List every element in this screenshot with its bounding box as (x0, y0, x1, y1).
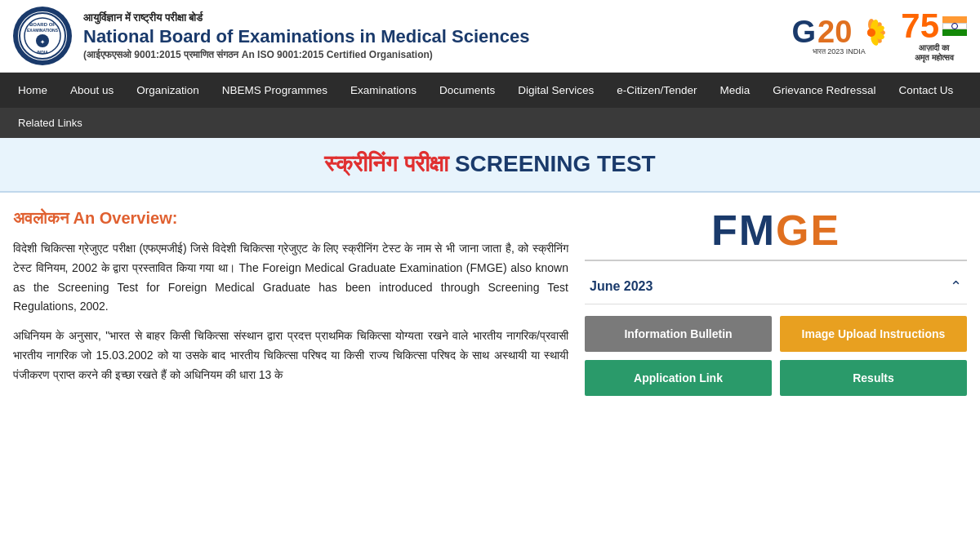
amrit-flag (942, 16, 967, 36)
banner-hindi: स्क्रीनिंग परीक्षा (324, 151, 448, 176)
header-right: G 20 भारत (791, 9, 967, 63)
site-header: BOARD OF EXAMINATIONS ✦ INDIA आयुर्विज्ञ… (0, 0, 980, 73)
nav-org[interactable]: Organization (125, 73, 211, 108)
g20-g: G (791, 16, 816, 47)
g20-flower (857, 18, 886, 47)
overview-para1: विदेशी चिकित्सा ग्रेजुएट परीक्षा (एफएमजी… (13, 239, 568, 317)
image-upload-button[interactable]: Image Upload Instructions (780, 316, 967, 352)
banner-title: स्क्रीनिंग परीक्षा SCREENING TEST (0, 151, 980, 178)
svg-text:BOARD OF: BOARD OF (29, 22, 56, 27)
left-column: अवलोकन An Overview: विदेशी चिकित्सा ग्रे… (13, 209, 568, 421)
svg-text:EXAMINATIONS: EXAMINATIONS (27, 28, 59, 33)
iso-text: (आईएफएसओ 9001:2015 प्रमाणित संगठन An ISO… (83, 49, 529, 60)
fmge-fm: FM (711, 207, 776, 254)
nav-grievance[interactable]: Grievance Redressal (761, 73, 887, 108)
svg-point-16 (867, 29, 875, 37)
accordion-header[interactable]: June 2023 ⌃ (585, 269, 967, 304)
page-banner: स्क्रीनिंग परीक्षा SCREENING TEST (0, 138, 980, 193)
info-bulletin-button[interactable]: Information Bulletin (585, 316, 772, 352)
nav-docs[interactable]: Documents (428, 73, 506, 108)
overview-body: विदेशी चिकित्सा ग्रेजुएट परीक्षा (एफएमजी… (13, 239, 568, 385)
overview-para2: अधिनियम के अनुसार, "भारत से बाहर किसी चि… (13, 327, 568, 384)
amrit-line1: आज़ादी का (919, 43, 949, 53)
nav-contact[interactable]: Contact Us (887, 73, 964, 108)
right-column: FMGE June 2023 ⌃ Information Bulletin Im… (585, 209, 967, 421)
g20-badge: G 20 भारत (791, 16, 886, 56)
iso-bold: An ISO 9001:2015 Certified Organisation) (242, 49, 433, 60)
svg-text:✦: ✦ (40, 39, 45, 45)
action-buttons-grid: Information Bulletin Image Upload Instru… (585, 316, 967, 396)
overview-english: An Overview: (74, 209, 178, 227)
results-button[interactable]: Results (780, 360, 967, 396)
svg-text:INDIA: INDIA (37, 50, 48, 55)
g20-20: 20 (817, 16, 852, 47)
nav-prog[interactable]: NBEMS Programmes (211, 73, 339, 108)
nav-exam[interactable]: Examinations (339, 73, 428, 108)
g20-subtitle: भारत 2023 INDIA (813, 47, 866, 56)
main-content: अवलोकन An Overview: विदेशी चिकित्सा ग्रे… (0, 193, 980, 438)
overview-hindi: अवलोकन (13, 209, 69, 227)
org-name-english: National Board of Examinations in Medica… (83, 25, 529, 49)
iso-hindi: (आईएफएसओ 9001:2015 प्रमाणित संगठन (83, 49, 238, 60)
main-navbar[interactable]: Home About us Organization NBEMS Program… (0, 73, 980, 108)
fmge-ge: GE (776, 207, 840, 254)
header-left: BOARD OF EXAMINATIONS ✦ INDIA आयुर्विज्ञ… (13, 7, 529, 65)
amrit-badge: 75 आज़ादी का अमृत महोत्सव (901, 9, 967, 63)
nav-ecitizen[interactable]: e-Citizen/Tender (605, 73, 708, 108)
fmge-logo: FMGE (585, 209, 967, 261)
header-text: आयुर्विज्ञान में राष्ट्रीय परीक्षा बोर्ड… (83, 11, 529, 60)
logo-inner: BOARD OF EXAMINATIONS ✦ INDIA (16, 9, 69, 63)
org-name-hindi: आयुर्विज्ञान में राष्ट्रीय परीक्षा बोर्ड (83, 11, 529, 25)
chevron-up-icon[interactable]: ⌃ (950, 278, 962, 295)
amrit-num: 75 (901, 9, 939, 43)
overview-title: अवलोकन An Overview: (13, 209, 568, 228)
nav-digital[interactable]: Digital Services (506, 73, 605, 108)
accordion-month: June 2023 (590, 279, 653, 294)
amrit-line2: अमृत महोत्सव (915, 53, 954, 63)
nav-media[interactable]: Media (709, 73, 762, 108)
application-link-button[interactable]: Application Link (585, 360, 772, 396)
org-logo: BOARD OF EXAMINATIONS ✦ INDIA (13, 7, 72, 65)
nav-home[interactable]: Home (7, 73, 59, 108)
nav-about[interactable]: About us (59, 73, 125, 108)
banner-english: SCREENING TEST (455, 151, 656, 176)
sub-navbar[interactable]: Related Links (0, 108, 980, 138)
subnav-related-links[interactable]: Related Links (7, 108, 94, 138)
fmge-text: FMGE (711, 209, 840, 251)
